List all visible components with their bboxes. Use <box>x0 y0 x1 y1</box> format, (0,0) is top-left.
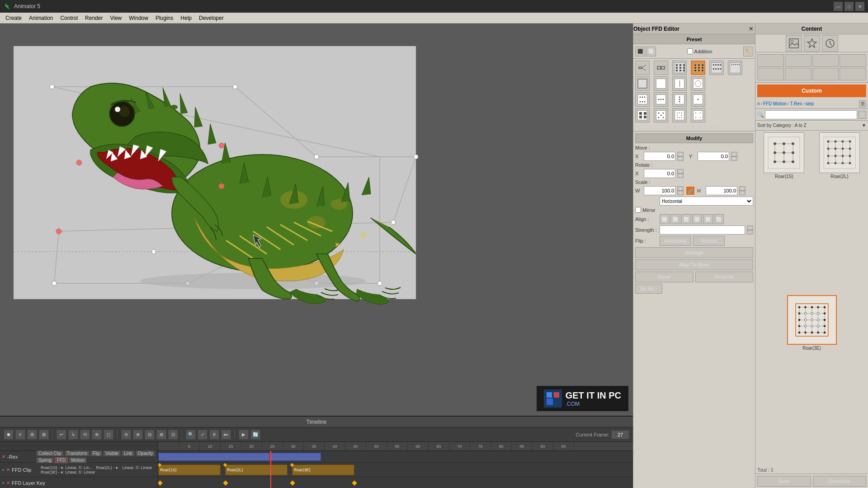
rotate-x-input[interactable] <box>644 169 675 178</box>
content-sq2[interactable] <box>785 54 811 67</box>
tb-btn5[interactable]: ↩ <box>57 430 66 440</box>
tb-btn14[interactable]: ⊡ <box>168 430 178 440</box>
content-icon-star[interactable] <box>804 35 820 52</box>
ffd-select-btn[interactable]: ⬛ <box>635 47 645 56</box>
tb-btn8[interactable]: ⊕ <box>92 430 102 440</box>
menu-help[interactable]: Help <box>177 14 195 22</box>
preset-r4p2[interactable] <box>654 108 668 122</box>
ffd-pen-btn[interactable]: ✏️ <box>743 47 753 56</box>
menu-animation[interactable]: Animation <box>25 14 57 22</box>
layer-kf-3[interactable] <box>290 480 295 485</box>
track-timeline[interactable]: 5 10 15 20 25 30 35 40 45 50 55 60 <box>158 442 633 488</box>
content-sq6[interactable] <box>785 68 811 80</box>
roar3e-clip[interactable]: Roar(3E) <box>292 465 354 475</box>
move-x-up[interactable]: ▲ <box>677 152 684 156</box>
maximize-button[interactable]: □ <box>844 2 854 11</box>
preset-expand-icon[interactable] <box>635 61 650 75</box>
move-x-down[interactable]: ▼ <box>677 156 684 161</box>
preset-r4p1[interactable] <box>635 108 650 122</box>
content-sq1[interactable] <box>757 54 784 67</box>
scale-w-input[interactable] <box>644 186 675 195</box>
scale-h-up[interactable]: ▲ <box>739 186 745 191</box>
rotate-x-up[interactable]: ▲ <box>677 169 684 174</box>
ffd-close-button[interactable]: ✕ <box>749 26 753 32</box>
layer-kf-2[interactable] <box>223 480 228 485</box>
addition-checkbox[interactable] <box>687 48 693 54</box>
reset-button[interactable]: Reset <box>635 272 693 282</box>
roar2l-clip[interactable]: Roar(2L) <box>225 465 288 475</box>
tag-visible[interactable]: Visible <box>103 450 121 456</box>
align-right-btn[interactable]: ⬜ <box>681 214 691 224</box>
strength-slider[interactable] <box>660 225 745 235</box>
tb-btn9[interactable]: ◻ <box>104 430 113 440</box>
tag-ffd[interactable]: FFD <box>55 457 68 463</box>
align-to-bone-button[interactable]: Align To Bone <box>635 259 753 270</box>
play-button[interactable]: ▶ <box>239 430 249 440</box>
preset-r3p2[interactable] <box>654 92 668 107</box>
flip-horizontal-btn[interactable]: Horizontal <box>660 236 691 246</box>
tb-btn18[interactable]: ⏭ <box>221 430 231 440</box>
preset-r2p4[interactable] <box>691 76 705 91</box>
preset-r2p3[interactable] <box>672 76 687 91</box>
tag-spring[interactable]: Spring <box>36 457 54 463</box>
content-icon-clock[interactable] <box>822 35 838 52</box>
breadcrumb-menu-btn[interactable]: ☰ <box>859 100 866 108</box>
tag-transform[interactable]: Transform <box>65 450 90 456</box>
ffd-clip-expand[interactable]: ○ <box>2 467 5 472</box>
move-y-down[interactable]: ▼ <box>731 156 737 161</box>
preset-p6[interactable] <box>728 61 742 75</box>
scale-w-up[interactable]: ▲ <box>677 186 684 191</box>
search-input[interactable] <box>765 110 857 119</box>
content-sq8[interactable] <box>840 68 866 80</box>
menu-create[interactable]: Create <box>2 14 25 22</box>
ffd-deform-btn[interactable]: ⬜ <box>646 47 656 56</box>
set-key-button[interactable]: Set Ke... <box>635 284 662 294</box>
align-top-btn[interactable]: ⬜ <box>692 214 702 224</box>
tb-btn12[interactable]: ⊟ <box>145 430 155 440</box>
save-button[interactable]: Save <box>757 476 811 487</box>
horizontal-select[interactable]: Horizontal <box>660 197 753 206</box>
preset-p5[interactable] <box>709 61 724 75</box>
record-button[interactable]: ⏺ <box>4 430 14 440</box>
tag-motion[interactable]: Motion <box>69 457 87 463</box>
scale-h-input[interactable] <box>706 186 737 195</box>
strength-up[interactable]: + <box>747 225 753 230</box>
preset-p3[interactable] <box>672 61 687 75</box>
tb-btn7[interactable]: ⟲ <box>80 430 90 440</box>
preset-p4-selected[interactable] <box>691 61 705 75</box>
current-frame-input[interactable] <box>611 430 629 439</box>
move-y-input[interactable] <box>698 152 729 161</box>
menu-plugins[interactable]: Plugins <box>152 14 177 22</box>
preset-r3p1[interactable] <box>635 92 650 107</box>
move-x-input[interactable] <box>644 152 675 161</box>
ffd-thumb-roar3e[interactable]: Roar(3E) <box>757 295 866 465</box>
custom-button[interactable]: Custom <box>757 84 866 97</box>
reset-all-button[interactable]: Reset All <box>695 272 754 282</box>
menu-control[interactable]: Control <box>57 14 81 22</box>
sort-bar[interactable]: Sort by Category : A to Z ▼ <box>755 121 868 131</box>
tb-zoom-fit[interactable]: ⤢ <box>198 430 208 440</box>
content-sq3[interactable] <box>812 54 839 67</box>
preset-r3p4[interactable] <box>691 92 705 107</box>
mirror-checkbox[interactable] <box>635 207 641 213</box>
tb-btn10[interactable]: ⊖ <box>121 430 131 440</box>
menu-render[interactable]: Render <box>81 14 106 22</box>
flip-vertical-btn[interactable]: Vertical <box>693 236 725 246</box>
menu-developer[interactable]: Developer <box>195 14 227 22</box>
bc-item-step[interactable]: step <box>806 101 814 106</box>
menu-view[interactable]: View <box>106 14 125 22</box>
tag-opacity[interactable]: Opacity <box>136 450 156 456</box>
tb-btn3[interactable]: ⊞ <box>27 430 37 440</box>
tag-link[interactable]: Link <box>122 450 134 456</box>
tb-btn6[interactable]: ↳ <box>68 430 78 440</box>
align-left-btn[interactable]: ⬜ <box>660 214 670 224</box>
tag-collect-clip[interactable]: Collect Clip <box>36 450 64 456</box>
average-button[interactable]: Average <box>635 247 753 258</box>
content-sq5[interactable] <box>757 68 784 80</box>
search-options-btn[interactable]: ≡ <box>858 111 866 119</box>
ffd-thumb-roar2l[interactable]: Roar(2L) <box>813 132 867 293</box>
rotate-x-down[interactable]: ▼ <box>677 174 684 178</box>
align-bottom-btn[interactable]: ⬜ <box>714 214 724 224</box>
align-center-btn[interactable]: ⬜ <box>670 214 680 224</box>
bc-item-n[interactable]: n <box>757 101 760 106</box>
